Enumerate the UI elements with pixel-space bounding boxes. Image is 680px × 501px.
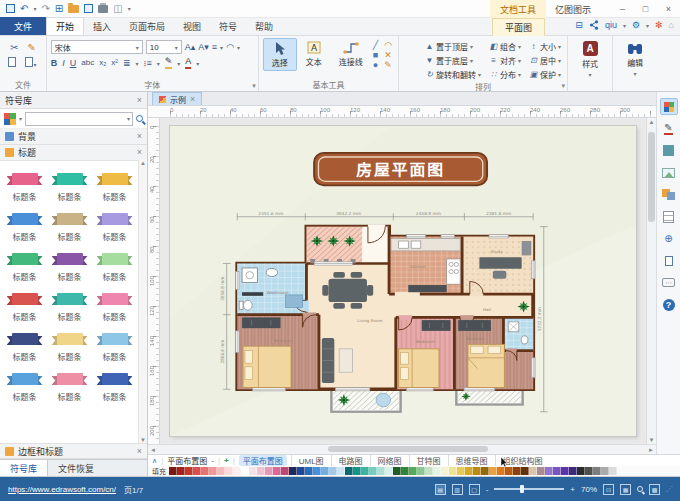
format-painter-icon[interactable]: ✎ xyxy=(25,42,37,54)
scroll-down-icon[interactable]: ▼ xyxy=(140,437,146,443)
section-border-title[interactable]: 边框和标题 × xyxy=(0,443,147,459)
line-spacing-button[interactable]: ≣ xyxy=(123,59,131,68)
view-page-icon[interactable]: ▥ xyxy=(452,484,463,495)
banner-item[interactable]: 标题条 xyxy=(47,367,92,402)
share-icon[interactable] xyxy=(589,20,599,30)
color-swatch[interactable] xyxy=(553,467,561,475)
save-icon[interactable] xyxy=(84,4,93,13)
collapse-panel-icon[interactable]: ∧ xyxy=(152,457,157,465)
new-page-icon[interactable]: ⊞ xyxy=(55,4,63,14)
banner-item[interactable]: 标题条 xyxy=(92,167,137,202)
arrange-group-expander-icon[interactable]: ▾ xyxy=(562,82,566,90)
banner-item[interactable]: 标题条 xyxy=(47,287,92,322)
text-tool-button[interactable]: A 文本 xyxy=(297,38,331,69)
color-swatch[interactable] xyxy=(201,467,209,475)
color-swatch[interactable] xyxy=(537,467,545,475)
drawing-page[interactable]: 房屋平面图 xyxy=(170,126,636,436)
zoom-magnifier-icon[interactable] xyxy=(637,486,643,492)
align-button[interactable]: ≡ xyxy=(212,43,217,52)
color-swatch[interactable] xyxy=(385,467,393,475)
banner-item[interactable]: 标题条 xyxy=(2,207,47,242)
tab-page-layout[interactable]: 页面布局 xyxy=(120,17,174,35)
select-tool-button[interactable]: 选择 xyxy=(263,38,297,71)
color-swatch[interactable] xyxy=(345,467,353,475)
document-edit-tool-icon[interactable] xyxy=(660,252,678,269)
banner-item[interactable]: 标题条 xyxy=(92,287,137,322)
color-swatch[interactable] xyxy=(561,467,569,475)
font-group-expander-icon[interactable]: ▾ xyxy=(252,82,256,90)
arrange-item[interactable]: ↻ 旋转和翻转 ▾ xyxy=(425,67,481,81)
color-swatch[interactable] xyxy=(337,467,345,475)
scroll-up-icon[interactable]: ▲ xyxy=(649,119,655,125)
notes-tool-icon[interactable] xyxy=(660,208,678,225)
banner-item[interactable]: 标题条 xyxy=(92,327,137,362)
arrange-item[interactable]: ⊡ 居中 ▾ xyxy=(529,53,561,67)
rectangle-shape-icon[interactable]: ■ xyxy=(373,51,378,60)
banner-item[interactable]: 标题条 xyxy=(2,247,47,282)
tab-floorplan-context[interactable]: 平面图 xyxy=(492,18,545,36)
scroll-right-icon[interactable]: ► xyxy=(648,447,654,453)
remove-page-button[interactable]: - xyxy=(211,456,214,465)
color-swatch[interactable] xyxy=(353,467,361,475)
bullets-button[interactable]: ⁝≡ xyxy=(144,59,152,68)
text-arc-button[interactable]: ◠ xyxy=(226,43,234,52)
line-spacing-dropdown-icon[interactable]: ▾ xyxy=(136,60,139,67)
home-icon[interactable]: ⌂ xyxy=(669,21,674,30)
symbol-tool-icon[interactable] xyxy=(660,98,678,115)
zoom-slider[interactable] xyxy=(494,488,564,490)
entry-floor[interactable] xyxy=(362,227,389,264)
template-link[interactable]: 甘特图 xyxy=(409,455,448,466)
color-swatch[interactable] xyxy=(289,467,297,475)
color-swatch[interactable] xyxy=(457,467,465,475)
current-page-tab[interactable]: 平面布置图 xyxy=(167,455,207,466)
zoom-out-button[interactable]: - xyxy=(486,485,489,494)
fit-page-icon[interactable]: ⊡ xyxy=(603,484,614,495)
banner-item[interactable]: 标题条 xyxy=(2,367,47,402)
maximize-button[interactable]: □ xyxy=(634,0,657,18)
section-background[interactable]: 背景 × xyxy=(0,129,147,145)
account-name[interactable]: qiu xyxy=(605,20,617,30)
arc-dropdown-icon[interactable]: ▾ xyxy=(237,44,240,51)
font-color-button[interactable]: A xyxy=(185,57,191,69)
color-swatch[interactable] xyxy=(265,467,273,475)
plan-title-banner[interactable]: 房屋平面图 xyxy=(314,153,487,185)
zoom-in-button[interactable]: + xyxy=(570,485,575,494)
banner-item[interactable]: 标题条 xyxy=(47,207,92,242)
italic-button[interactable]: I xyxy=(62,59,65,68)
website-link[interactable]: https://www.edrawsoft.com/cn/ xyxy=(8,485,116,494)
template-link[interactable]: 思维导图 xyxy=(448,455,495,466)
color-swatch[interactable] xyxy=(281,467,289,475)
color-swatch[interactable] xyxy=(497,467,505,475)
template-link[interactable]: 网络图 xyxy=(370,455,409,466)
redo-icon[interactable]: ↷ xyxy=(41,4,49,14)
template-link-active[interactable]: 平面布置图 xyxy=(239,455,287,466)
color-swatch[interactable] xyxy=(361,467,369,475)
banner-item[interactable]: 标题条 xyxy=(47,167,92,202)
color-swatch[interactable] xyxy=(473,467,481,475)
banner-item[interactable]: 标题条 xyxy=(2,287,47,322)
view-full-icon[interactable]: ▢ xyxy=(469,484,480,495)
arrange-item[interactable]: ≡ 对齐 ▾ xyxy=(489,53,521,67)
pen-shape-icon[interactable]: ✎ xyxy=(384,61,392,70)
banner-item[interactable]: 标题条 xyxy=(92,207,137,242)
color-swatch[interactable] xyxy=(185,467,193,475)
undo-icon[interactable]: ↶ xyxy=(20,4,28,14)
library-picker-icon[interactable] xyxy=(4,113,16,125)
tab-symbol-library[interactable]: 符号库 xyxy=(0,460,48,476)
highlight-dropdown-icon[interactable]: ▾ xyxy=(177,60,180,67)
section-title[interactable]: 标题 × xyxy=(0,145,147,161)
horizontal-scroll-thumb[interactable] xyxy=(328,446,488,452)
pan-icon[interactable]: ▦ xyxy=(620,484,631,495)
grid-icon[interactable]: ▩ xyxy=(649,484,660,495)
vertical-scroll-thumb[interactable] xyxy=(648,132,655,222)
color-swatch[interactable] xyxy=(177,467,185,475)
view-normal-icon[interactable]: ▤ xyxy=(435,484,446,495)
color-swatch[interactable] xyxy=(297,467,305,475)
color-swatch[interactable] xyxy=(313,467,321,475)
zoom-slider-thumb[interactable] xyxy=(520,485,524,493)
shrink-font-button[interactable]: A▾ xyxy=(198,43,209,52)
tab-symbols[interactable]: 符号 xyxy=(210,17,246,35)
paste-button[interactable]: ▾ xyxy=(25,57,37,69)
feedback-icon[interactable]: ⊟ xyxy=(575,21,583,30)
banner-item[interactable]: 标题条 xyxy=(2,167,47,202)
